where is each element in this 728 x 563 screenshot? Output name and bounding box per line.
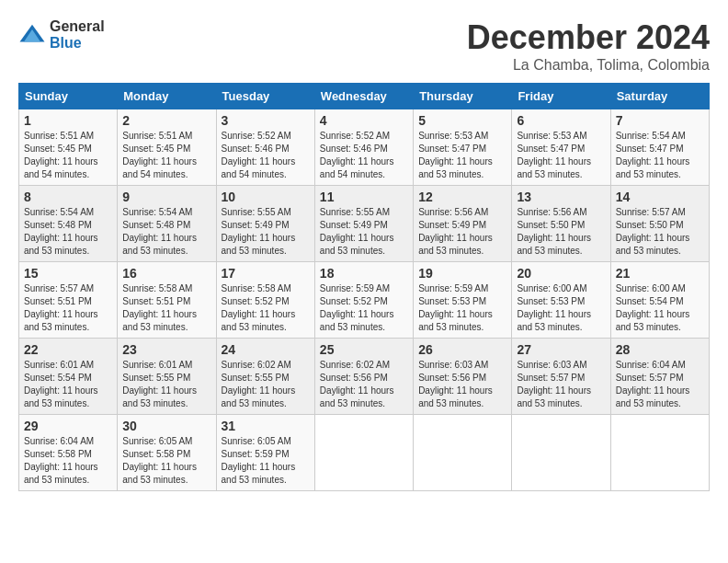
calendar-cell: 15Sunrise: 5:57 AM Sunset: 5:51 PM Dayli… [19, 262, 118, 339]
day-number: 21 [616, 266, 704, 281]
header-monday: Monday [118, 84, 216, 109]
calendar-cell: 13Sunrise: 5:56 AM Sunset: 5:50 PM Dayli… [512, 186, 610, 262]
day-number: 18 [320, 266, 408, 281]
day-number: 27 [517, 342, 605, 357]
day-info: Sunrise: 5:51 AM Sunset: 5:45 PM Dayligh… [122, 130, 210, 181]
calendar-cell: 23Sunrise: 6:01 AM Sunset: 5:55 PM Dayli… [118, 339, 216, 415]
day-number: 7 [616, 113, 704, 128]
day-info: Sunrise: 5:53 AM Sunset: 5:47 PM Dayligh… [517, 130, 605, 181]
day-info: Sunrise: 5:59 AM Sunset: 5:53 PM Dayligh… [418, 282, 506, 334]
calendar-cell [610, 415, 709, 491]
calendar-cell: 24Sunrise: 6:02 AM Sunset: 5:55 PM Dayli… [216, 339, 314, 415]
header-sunday: Sunday [19, 84, 118, 109]
day-info: Sunrise: 6:00 AM Sunset: 5:53 PM Dayligh… [517, 282, 605, 334]
calendar-week-4: 22Sunrise: 6:01 AM Sunset: 5:54 PM Dayli… [19, 339, 710, 415]
day-info: Sunrise: 6:05 AM Sunset: 5:58 PM Dayligh… [122, 435, 210, 487]
day-info: Sunrise: 5:54 AM Sunset: 5:48 PM Dayligh… [122, 206, 210, 258]
day-number: 9 [122, 190, 210, 204]
day-number: 26 [418, 342, 506, 357]
title-area: December 2024 La Chamba, Tolima, Colombi… [467, 18, 710, 74]
header-wednesday: Wednesday [314, 84, 413, 109]
day-info: Sunrise: 5:58 AM Sunset: 5:51 PM Dayligh… [122, 282, 210, 334]
day-number: 22 [24, 342, 112, 357]
day-info: Sunrise: 5:56 AM Sunset: 5:50 PM Dayligh… [517, 206, 605, 258]
calendar-cell: 17Sunrise: 5:58 AM Sunset: 5:52 PM Dayli… [216, 262, 314, 339]
day-info: Sunrise: 5:54 AM Sunset: 5:47 PM Dayligh… [616, 130, 704, 181]
day-info: Sunrise: 6:03 AM Sunset: 5:57 PM Dayligh… [517, 359, 605, 410]
day-number: 11 [320, 190, 408, 204]
day-info: Sunrise: 6:04 AM Sunset: 5:57 PM Dayligh… [616, 359, 704, 410]
day-info: Sunrise: 5:55 AM Sunset: 5:49 PM Dayligh… [320, 206, 408, 258]
day-number: 3 [222, 113, 310, 128]
day-number: 24 [222, 342, 310, 357]
calendar-cell: 28Sunrise: 6:04 AM Sunset: 5:57 PM Dayli… [610, 339, 709, 415]
day-number: 5 [418, 113, 506, 128]
calendar-cell: 12Sunrise: 5:56 AM Sunset: 5:49 PM Dayli… [414, 186, 512, 262]
calendar-cell: 5Sunrise: 5:53 AM Sunset: 5:47 PM Daylig… [414, 109, 512, 186]
day-number: 6 [517, 113, 605, 128]
day-info: Sunrise: 5:51 AM Sunset: 5:45 PM Dayligh… [24, 130, 112, 181]
day-info: Sunrise: 5:54 AM Sunset: 5:48 PM Dayligh… [24, 206, 112, 258]
calendar-week-2: 8Sunrise: 5:54 AM Sunset: 5:48 PM Daylig… [19, 186, 710, 262]
calendar-cell: 4Sunrise: 5:52 AM Sunset: 5:46 PM Daylig… [314, 109, 413, 186]
day-number: 1 [24, 113, 112, 128]
calendar-cell: 21Sunrise: 6:00 AM Sunset: 5:54 PM Dayli… [610, 262, 709, 339]
day-info: Sunrise: 6:01 AM Sunset: 5:54 PM Dayligh… [24, 359, 112, 410]
calendar-cell: 16Sunrise: 5:58 AM Sunset: 5:51 PM Dayli… [118, 262, 216, 339]
day-info: Sunrise: 5:57 AM Sunset: 5:50 PM Dayligh… [616, 206, 704, 258]
day-number: 10 [222, 190, 310, 204]
day-number: 20 [517, 266, 605, 281]
day-info: Sunrise: 5:56 AM Sunset: 5:49 PM Dayligh… [418, 206, 506, 258]
calendar-week-5: 29Sunrise: 6:04 AM Sunset: 5:58 PM Dayli… [19, 415, 710, 491]
day-number: 13 [517, 190, 605, 204]
header-tuesday: Tuesday [216, 84, 314, 109]
logo-icon [18, 21, 46, 49]
day-number: 28 [616, 342, 704, 357]
day-info: Sunrise: 6:03 AM Sunset: 5:56 PM Dayligh… [418, 359, 506, 410]
calendar-cell: 31Sunrise: 6:05 AM Sunset: 5:59 PM Dayli… [216, 415, 314, 491]
day-info: Sunrise: 6:01 AM Sunset: 5:55 PM Dayligh… [122, 359, 210, 410]
day-number: 29 [24, 419, 112, 433]
day-number: 8 [24, 190, 112, 204]
calendar-cell [512, 415, 610, 491]
calendar-cell: 7Sunrise: 5:54 AM Sunset: 5:47 PM Daylig… [610, 109, 709, 186]
day-info: Sunrise: 5:53 AM Sunset: 5:47 PM Dayligh… [418, 130, 506, 181]
header-saturday: Saturday [610, 84, 709, 109]
day-info: Sunrise: 5:52 AM Sunset: 5:46 PM Dayligh… [222, 130, 310, 181]
calendar-week-1: 1Sunrise: 5:51 AM Sunset: 5:45 PM Daylig… [19, 109, 710, 186]
day-info: Sunrise: 5:59 AM Sunset: 5:52 PM Dayligh… [320, 282, 408, 334]
day-number: 23 [122, 342, 210, 357]
calendar-cell: 10Sunrise: 5:55 AM Sunset: 5:49 PM Dayli… [216, 186, 314, 262]
day-info: Sunrise: 6:04 AM Sunset: 5:58 PM Dayligh… [24, 435, 112, 487]
calendar-cell [314, 415, 413, 491]
calendar-cell: 3Sunrise: 5:52 AM Sunset: 5:46 PM Daylig… [216, 109, 314, 186]
calendar-cell: 30Sunrise: 6:05 AM Sunset: 5:58 PM Dayli… [118, 415, 216, 491]
calendar-cell: 26Sunrise: 6:03 AM Sunset: 5:56 PM Dayli… [414, 339, 512, 415]
day-info: Sunrise: 6:02 AM Sunset: 5:56 PM Dayligh… [320, 359, 408, 410]
day-number: 15 [24, 266, 112, 281]
location-title: La Chamba, Tolima, Colombia [467, 57, 710, 74]
day-info: Sunrise: 5:57 AM Sunset: 5:51 PM Dayligh… [24, 282, 112, 334]
day-number: 19 [418, 266, 506, 281]
day-info: Sunrise: 6:00 AM Sunset: 5:54 PM Dayligh… [616, 282, 704, 334]
day-info: Sunrise: 6:02 AM Sunset: 5:55 PM Dayligh… [222, 359, 310, 410]
calendar-cell: 8Sunrise: 5:54 AM Sunset: 5:48 PM Daylig… [19, 186, 118, 262]
day-number: 16 [122, 266, 210, 281]
calendar-cell: 2Sunrise: 5:51 AM Sunset: 5:45 PM Daylig… [118, 109, 216, 186]
day-info: Sunrise: 5:55 AM Sunset: 5:49 PM Dayligh… [222, 206, 310, 258]
day-number: 14 [616, 190, 704, 204]
logo-general-label: General [50, 18, 105, 35]
calendar-cell: 27Sunrise: 6:03 AM Sunset: 5:57 PM Dayli… [512, 339, 610, 415]
header: General Blue December 2024 La Chamba, To… [18, 18, 710, 74]
month-title: December 2024 [467, 18, 710, 57]
calendar-header-row: SundayMondayTuesdayWednesdayThursdayFrid… [19, 84, 710, 109]
header-thursday: Thursday [414, 84, 512, 109]
calendar-cell: 14Sunrise: 5:57 AM Sunset: 5:50 PM Dayli… [610, 186, 709, 262]
calendar-cell: 22Sunrise: 6:01 AM Sunset: 5:54 PM Dayli… [19, 339, 118, 415]
day-number: 30 [122, 419, 210, 433]
day-info: Sunrise: 6:05 AM Sunset: 5:59 PM Dayligh… [222, 435, 310, 487]
day-info: Sunrise: 5:52 AM Sunset: 5:46 PM Dayligh… [320, 130, 408, 181]
calendar-cell: 29Sunrise: 6:04 AM Sunset: 5:58 PM Dayli… [19, 415, 118, 491]
calendar-cell: 9Sunrise: 5:54 AM Sunset: 5:48 PM Daylig… [118, 186, 216, 262]
calendar-cell: 25Sunrise: 6:02 AM Sunset: 5:56 PM Dayli… [314, 339, 413, 415]
